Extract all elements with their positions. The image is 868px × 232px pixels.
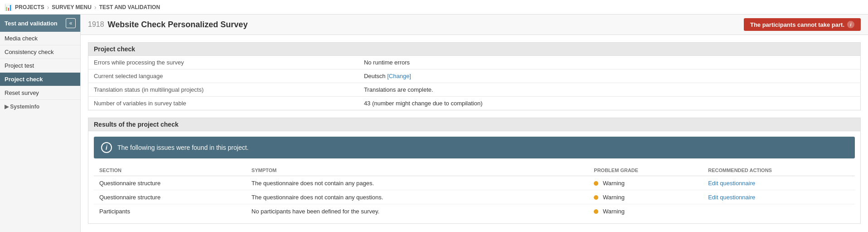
page-id: 1918	[88, 20, 104, 29]
row-value: No runtime errors	[359, 56, 861, 69]
results-table-header: SECTION SYMPTOM PROBLEM GRADE RECOMMENDE…	[94, 165, 855, 176]
row-value: Deutsch [Change]	[359, 69, 861, 83]
results-heading: Results of the project check	[88, 118, 861, 131]
edit-questionnaire-link-2[interactable]: Edit questionnaire	[708, 194, 755, 201]
results-table: SECTION SYMPTOM PROBLEM GRADE RECOMMENDE…	[94, 165, 855, 218]
projects-label[interactable]: PROJECTS	[15, 4, 44, 10]
projects-icon: 📊	[5, 4, 12, 11]
page-header: 1918 Website Check Personalized Survey T…	[81, 15, 868, 35]
table-row: Participants No participants have been d…	[94, 204, 855, 218]
sidebar-item-reset-survey[interactable]: Reset survey	[0, 86, 80, 100]
col-grade-header: PROBLEM GRADE	[588, 165, 703, 176]
nav-sep-1: ›	[47, 4, 49, 11]
result-action: Edit questionnaire	[703, 190, 855, 204]
result-section: Participants	[94, 204, 246, 218]
col-actions-header: RECOMMENDED ACTIONS	[703, 165, 855, 176]
main-content: 1918 Website Check Personalized Survey T…	[81, 15, 868, 232]
cannot-take-part-info-icon: i	[847, 21, 854, 28]
main-layout: Test and validation « Media check Consis…	[0, 15, 868, 232]
testandvalidation-label[interactable]: TEST AND VALIDATION	[99, 4, 160, 10]
result-symptom: No participants have been defined for th…	[246, 204, 589, 218]
result-section: Questionnaire structure	[94, 190, 246, 204]
table-row: Current selected language Deutsch [Chang…	[88, 69, 861, 83]
page-title: Website Check Personalized Survey	[108, 20, 248, 30]
collapse-button[interactable]: «	[66, 18, 76, 28]
row-value: 43 (number might change due to compilati…	[359, 97, 861, 110]
row-value: Translations are complete.	[359, 83, 861, 97]
edit-questionnaire-link-1[interactable]: Edit questionnaire	[708, 180, 755, 187]
sidebar-header: Test and validation «	[0, 15, 80, 32]
issues-text: The following issues were found in this …	[117, 144, 248, 151]
sidebar-item-project-test[interactable]: Project test	[0, 59, 80, 73]
result-action	[703, 204, 855, 218]
result-symptom: The questionnaire does not contain any p…	[246, 176, 589, 190]
row-label: Translation status (in multilingual proj…	[88, 83, 359, 97]
table-row: Translation status (in multilingual proj…	[88, 83, 861, 97]
row-label: Current selected language	[88, 69, 359, 83]
project-check-heading: Project check	[88, 42, 861, 55]
sidebar-item-project-check[interactable]: Project check	[0, 73, 80, 86]
sidebar-item-media-check[interactable]: Media check	[0, 32, 80, 45]
sidebar-item-consistency-check[interactable]: Consistency check	[0, 45, 80, 59]
row-label: Number of variables in survey table	[88, 97, 359, 110]
issues-box: i The following issues were found in thi…	[94, 137, 855, 158]
col-section-header: SECTION	[94, 165, 246, 176]
cannot-take-part-button[interactable]: The participants cannot take part. i	[744, 18, 861, 31]
warning-label: Warning	[603, 208, 625, 215]
content-area: Project check Errors while processing th…	[81, 35, 868, 231]
surveymenu-label[interactable]: SURVEY MENU	[52, 4, 92, 10]
table-row: Questionnaire structure The questionnair…	[94, 190, 855, 204]
warning-label: Warning	[603, 194, 625, 201]
warning-label: Warning	[603, 180, 625, 187]
nav-sep-2: ›	[94, 4, 97, 11]
table-row: Questionnaire structure The questionnair…	[94, 176, 855, 190]
result-grade: Warning	[588, 176, 703, 190]
col-symptom-header: SYMPTOM	[246, 165, 589, 176]
table-row: Errors while processing the survey No ru…	[88, 56, 861, 69]
project-check-table: Errors while processing the survey No ru…	[88, 55, 861, 110]
page-header-title: 1918 Website Check Personalized Survey	[88, 20, 247, 30]
language-value: Deutsch	[364, 73, 386, 79]
cannot-take-part-label: The participants cannot take part.	[750, 21, 844, 28]
result-symptom: The questionnaire does not contain any q…	[246, 190, 589, 204]
warning-dot-icon	[594, 195, 598, 200]
sidebar-header-label: Test and validation	[5, 20, 58, 27]
top-nav: 📊 PROJECTS › SURVEY MENU › TEST AND VALI…	[0, 0, 868, 15]
sidebar: Test and validation « Media check Consis…	[0, 15, 81, 232]
warning-dot-icon	[594, 181, 598, 186]
table-row: Number of variables in survey table 43 (…	[88, 97, 861, 110]
result-action: Edit questionnaire	[703, 176, 855, 190]
warning-dot-icon	[594, 209, 598, 214]
change-language-link[interactable]: [Change]	[387, 73, 411, 79]
sidebar-systeminfo[interactable]: ▶ Systeminfo	[0, 100, 80, 114]
result-grade: Warning	[588, 204, 703, 218]
result-section: Questionnaire structure	[94, 176, 246, 190]
result-grade: Warning	[588, 190, 703, 204]
row-label: Errors while processing the survey	[88, 56, 359, 69]
issues-info-icon: i	[101, 142, 112, 153]
